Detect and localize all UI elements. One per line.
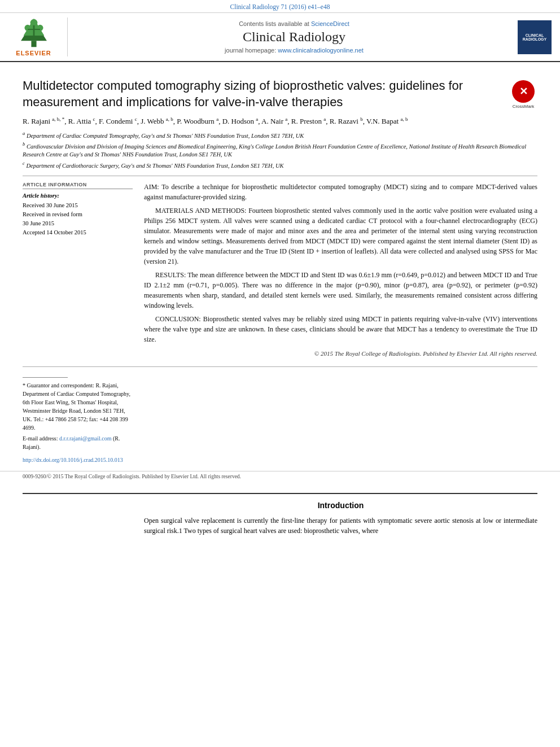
article-body: Multidetector computed tomography sizing… [0, 62, 560, 367]
sciencedirect-line: Contents lists available at ScienceDirec… [73, 20, 515, 27]
crossmark-label: CrossMark [513, 104, 535, 109]
elsevier-name-label: ELSEVIER [16, 50, 51, 56]
doi-link: http://dx.doi.org/10.1016/j.crad.2015.10… [23, 457, 537, 463]
journal-title: Clinical Radiology [73, 29, 515, 45]
svg-rect-0 [31, 41, 36, 47]
svg-point-3 [24, 25, 30, 31]
footnote-divider [23, 377, 68, 378]
affiliations: a Department of Cardiac Computed Tomogra… [23, 130, 537, 170]
svg-point-5 [30, 19, 37, 27]
journal-homepage: journal homepage: www.clinicalradiologyo… [73, 47, 515, 54]
article-title: Multidetector computed tomography sizing… [23, 78, 509, 110]
journal-citation: Clinical Radiology 71 (2016) e41–e48 [0, 0, 560, 13]
article-info-label: ARTICLE INFORMATION [23, 182, 133, 189]
journal-header-center: Contents lists available at ScienceDirec… [73, 18, 515, 56]
elsevier-logo: ELSEVIER [6, 18, 68, 56]
elsevier-tree-icon [11, 18, 56, 49]
introduction-text: Open surgical valve replacement is curre… [144, 516, 537, 536]
revised-label: Received in revised form [23, 210, 133, 219]
introduction-section: Introduction Open surgical valve replace… [0, 493, 560, 536]
below-abstract-divider [23, 366, 537, 367]
doi-section: http://dx.doi.org/10.1016/j.crad.2015.10… [0, 451, 560, 465]
email-note: E-mail address: d.r.r.rajani@gmail.com (… [23, 434, 133, 451]
footnotes-left: * Guarantor and correspondent: R. Rajani… [23, 377, 133, 451]
abstract-content: AIM: To describe a technique for biopros… [144, 182, 537, 359]
radiology-badge: CLINICAL RADIOLOGY [518, 20, 552, 54]
affiliation-a: a Department of Cardiac Computed Tomogra… [23, 130, 537, 140]
intro-columns: Introduction Open surgical valve replace… [23, 501, 537, 536]
affiliation-b: b Cardiovascular Division and Division o… [23, 141, 537, 159]
page-footer: 0009-9260/© 2015 The Royal College of Ra… [0, 471, 560, 482]
intro-left-col [23, 501, 133, 536]
homepage-url[interactable]: www.clinicalradiologyonline.net [278, 47, 364, 54]
affiliation-c: c Department of Cardiothoracic Surgery, … [23, 160, 537, 170]
intro-divider [23, 493, 537, 494]
authors: R. Rajani a, b, *, R. Attia c, F. Condem… [23, 116, 537, 127]
copyright-line: © 2015 The Royal College of Radiologists… [144, 349, 537, 359]
sciencedirect-link[interactable]: ScienceDirect [311, 20, 349, 27]
received-date: Received 30 June 2015 [23, 201, 133, 210]
footnotes-layout: * Guarantor and correspondent: R. Rajani… [23, 377, 537, 451]
footnotes-right-spacer [144, 377, 537, 451]
history-label: Article history: [23, 193, 133, 199]
abstract-section: ARTICLE INFORMATION Article history: Rec… [23, 182, 537, 359]
section-divider [23, 176, 537, 176]
accepted-date: Accepted 14 October 2015 [23, 228, 133, 237]
revised-date: 30 June 2015 [23, 219, 133, 228]
email-link[interactable]: d.r.r.rajani@gmail.com [59, 435, 112, 442]
article-info-column: ARTICLE INFORMATION Article history: Rec… [23, 182, 133, 359]
radiology-badge-container: CLINICAL RADIOLOGY [515, 18, 554, 56]
abstract-materials: MATERIALS AND METHODS: Fourteen bioprost… [144, 206, 537, 267]
footnotes-section: * Guarantor and correspondent: R. Rajani… [0, 373, 560, 451]
introduction-heading: Introduction [144, 501, 537, 510]
abstract-aim: AIM: To describe a technique for biopros… [144, 182, 537, 202]
crossmark-container: ✕ CrossMark [509, 78, 537, 109]
journal-header: ELSEVIER Contents lists available at Sci… [0, 13, 560, 62]
abstract-text-column: AIM: To describe a technique for biopros… [144, 182, 537, 359]
crossmark-icon: ✕ [512, 80, 535, 103]
intro-right-col: Introduction Open surgical valve replace… [144, 501, 537, 536]
article-title-row: Multidetector computed tomography sizing… [23, 78, 537, 110]
doi-anchor[interactable]: http://dx.doi.org/10.1016/j.crad.2015.10… [23, 457, 123, 463]
abstract-results: RESULTS: The mean difference between the… [144, 270, 537, 311]
svg-point-4 [37, 25, 43, 31]
abstract-conclusion: CONCLUSION: Bioprosthetic stented valves… [144, 314, 537, 344]
guarantor-note: * Guarantor and correspondent: R. Rajani… [23, 381, 133, 432]
